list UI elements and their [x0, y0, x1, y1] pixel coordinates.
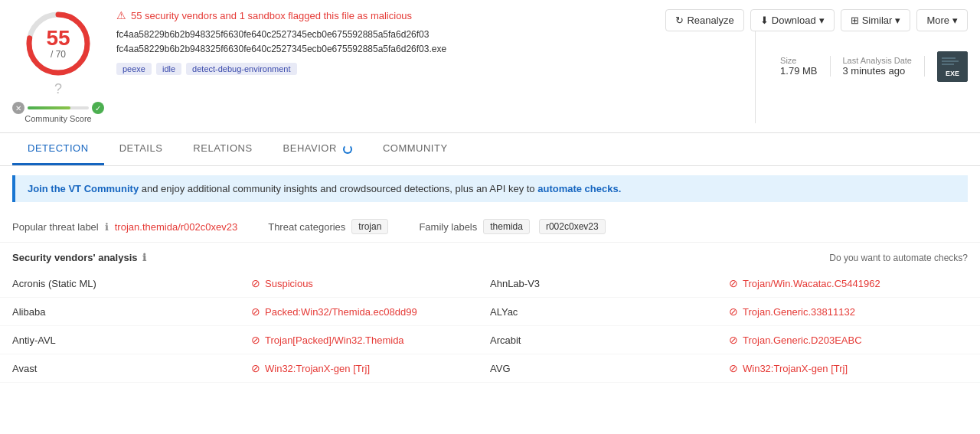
similar-button[interactable]: ⊞ Similar ▾: [841, 9, 911, 31]
vendor-detection-1: ⊘ Suspicious: [251, 277, 490, 289]
size-label: Size: [780, 56, 817, 65]
vendor-name-4: ALYac: [490, 306, 729, 318]
popular-threat-value: trojan.themida/r002c0xev23: [115, 221, 237, 233]
analysis-date-value: 3 minutes ago: [843, 65, 913, 77]
svg-text:EXE: EXE: [946, 70, 959, 77]
similar-icon: ⊞: [851, 15, 859, 26]
svg-rect-5: [942, 64, 954, 65]
detection-icon-5: ⊘: [251, 334, 260, 346]
alert-icon: ⚠: [116, 9, 126, 21]
detection-text-8: Win32:TrojanX-gen [Trj]: [743, 363, 848, 374]
vendor-row: Avast ⊘ Win32:TrojanX-gen [Trj] AVG ⊘ Wi…: [0, 354, 980, 383]
detection-icon-7: ⊘: [251, 362, 260, 374]
question-icon[interactable]: ?: [54, 81, 62, 97]
more-chevron-icon: ▾: [952, 15, 958, 26]
vendor-detection-3: ⊘ Packed:Win32/Themida.ec08dd99: [251, 305, 490, 318]
family-labels-title: Family labels: [419, 221, 477, 233]
reanalyze-icon: ↻: [675, 15, 684, 26]
more-button[interactable]: More ▾: [916, 9, 968, 31]
vendor-name-5: Antiy-AVL: [12, 334, 251, 346]
tag-detect-debug[interactable]: detect-debug-environment: [186, 63, 296, 75]
analysis-date-meta: Last Analysis Date 3 minutes ago: [831, 56, 926, 77]
detection-icon-8: ⊘: [729, 362, 738, 374]
hash1: fc4aa58229b6b2b948325f6630fe640c2527345e…: [116, 28, 743, 42]
reanalyze-label: Reanalyze: [687, 15, 733, 26]
vendor-detection-5: ⊘ Trojan[Packed]/Win32.Themida: [251, 334, 490, 346]
hash2: fc4aa58229b6b2b948325f6630fe640c2527345e…: [116, 42, 743, 57]
detection-text-6: Trojan.Generic.D203EABC: [743, 334, 862, 346]
analysis-date-label: Last Analysis Date: [843, 56, 913, 65]
tab-details[interactable]: DETAILS: [104, 133, 178, 165]
file-icon: EXE: [937, 51, 968, 82]
popular-threat-group: Popular threat label ℹ trojan.themida/r0…: [12, 221, 237, 233]
tab-detection[interactable]: DETECTION: [12, 133, 104, 165]
threat-category-badge: trojan: [351, 219, 388, 234]
similar-chevron-icon: ▾: [895, 15, 900, 26]
popular-threat-label: Popular threat label: [12, 221, 99, 233]
alert-text: 55 security vendors and 1 sandbox flagge…: [131, 10, 412, 21]
vendor-row: Antiy-AVL ⊘ Trojan[Packed]/Win32.Themida…: [0, 326, 980, 354]
detection-text-2: Trojan/Win.Wacatac.C5441962: [743, 278, 880, 289]
threat-categories-label: Threat categories: [268, 221, 345, 233]
vendors-header: Security vendors' analysis ℹ Do you want…: [0, 243, 980, 269]
score-denom: / 70: [46, 49, 70, 60]
vendor-detection-8: ⊘ Win32:TrojanX-gen [Trj]: [729, 362, 968, 374]
vendor-name-3: Alibaba: [12, 306, 251, 318]
community-score-bar-fill: [28, 106, 70, 109]
detection-icon-6: ⊘: [729, 334, 738, 346]
vendor-detection-4: ⊘ Trojan.Generic.33811132: [729, 305, 968, 318]
tag-peexe[interactable]: peexe: [116, 63, 152, 75]
community-score-bar: [28, 106, 89, 109]
behavior-loading-icon: [343, 145, 352, 154]
tab-community[interactable]: COMMUNITY: [368, 133, 463, 165]
file-icon-container: EXE: [925, 51, 968, 82]
vendor-name-1: Acronis (Static ML): [12, 278, 251, 289]
size-meta: Size 1.79 MB: [768, 56, 830, 77]
tab-relations[interactable]: RELATIONS: [178, 133, 267, 165]
similar-label: Similar: [862, 15, 893, 26]
vendor-name-2: AhnLab-V3: [490, 278, 729, 289]
detection-icon-1: ⊘: [251, 277, 260, 289]
svg-rect-3: [942, 57, 956, 59]
top-right-actions: ↻ Reanalyze ⬇ Download ▾ ⊞ Similar ▾ Mor…: [665, 9, 968, 31]
download-chevron-icon: ▾: [819, 15, 825, 26]
community-score-row: ✕ ✓: [12, 102, 104, 114]
download-icon: ⬇: [760, 15, 769, 26]
tabs: DETECTION DETAILS RELATIONS BEHAVIOR COM…: [0, 133, 980, 166]
detection-text-4: Trojan.Generic.33811132: [743, 306, 855, 318]
family-labels-group: Family labels themida r002c0xev23: [419, 219, 608, 234]
detection-text-1: Suspicious: [265, 278, 313, 289]
community-banner: Join the VT Community and enjoy addition…: [12, 175, 968, 202]
score-circle: 55 / 70: [24, 9, 93, 78]
reanalyze-button[interactable]: ↻ Reanalyze: [665, 9, 743, 31]
popular-threat-info-icon[interactable]: ℹ: [105, 221, 109, 233]
community-banner-body: and enjoy additional community insights …: [142, 183, 537, 194]
score-number: 55: [46, 28, 70, 49]
vendors-title: Security vendors' analysis ℹ: [12, 252, 146, 263]
vendor-name-8: AVG: [490, 363, 729, 374]
tag-idle[interactable]: idle: [156, 63, 181, 75]
vendors-info-icon[interactable]: ℹ: [142, 252, 146, 263]
automate-checks-text: Do you want to automate checks?: [829, 253, 968, 263]
family-badge-r002c0xev23: r002c0xev23: [539, 219, 606, 234]
vendor-detection-6: ⊘ Trojan.Generic.D203EABC: [729, 334, 968, 346]
detection-icon-4: ⊘: [729, 305, 738, 318]
download-label: Download: [772, 15, 816, 26]
main-info: ⚠ 55 security vendors and 1 sandbox flag…: [116, 9, 743, 123]
detection-icon-2: ⊘: [729, 277, 738, 289]
download-button[interactable]: ⬇ Download ▾: [750, 9, 835, 31]
tab-behavior[interactable]: BEHAVIOR: [268, 133, 368, 165]
svg-rect-2: [937, 51, 968, 82]
more-label: More: [926, 15, 949, 26]
join-community-link[interactable]: Join the VT Community: [28, 183, 139, 194]
alert-row: ⚠ 55 security vendors and 1 sandbox flag…: [116, 9, 743, 21]
community-score-check-icon: ✓: [92, 102, 104, 114]
threat-info-row: Popular threat label ℹ trojan.themida/r0…: [0, 211, 980, 243]
vendor-detection-7: ⊘ Win32:TrojanX-gen [Trj]: [251, 362, 490, 374]
community-score-label: Community Score: [24, 114, 91, 123]
vendor-row: Acronis (Static ML) ⊘ Suspicious AhnLab-…: [0, 269, 980, 298]
vendor-name-6: Arcabit: [490, 334, 729, 346]
community-score-x-icon[interactable]: ✕: [12, 102, 24, 114]
threat-categories-group: Threat categories trojan: [268, 219, 388, 234]
automate-checks-link[interactable]: automate checks.: [537, 183, 621, 194]
